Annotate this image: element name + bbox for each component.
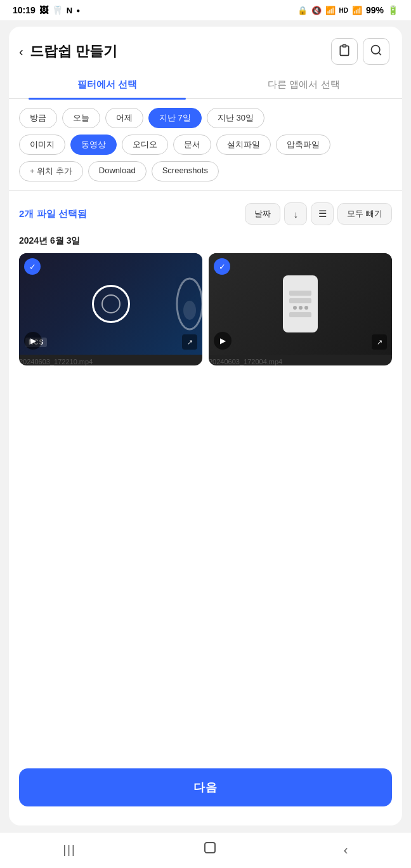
- media-thumb-1: NCS ✓ ▶ ↗: [19, 253, 202, 355]
- chip-add-location[interactable]: + 위치 추가: [19, 161, 83, 181]
- media-item-1[interactable]: NCS ✓ ▶ ↗ 20240603_172210.mp4: [19, 253, 202, 365]
- selection-actions: 날짜 ↓ ☰ 모두 빼기: [245, 202, 392, 225]
- filename-1: 20240603_172210.mp4: [19, 355, 202, 365]
- play-icon-1: ▶: [24, 332, 42, 350]
- svg-point-4: [183, 301, 196, 320]
- remote-bar-2: [289, 298, 311, 303]
- chip-time-yesterday[interactable]: 어제: [105, 108, 143, 128]
- chip-type-install[interactable]: 설치파일: [216, 135, 271, 155]
- spacer: [9, 365, 402, 758]
- tabs: 필터에서 선택 다른 앱에서 선택: [9, 71, 402, 99]
- list-view-button[interactable]: ☰: [311, 202, 334, 225]
- media-grid: NCS ✓ ▶ ↗ 20240603_172210.mp4: [9, 253, 402, 365]
- type-filter-row: 이미지 동영상 오디오 문서 설치파일 압축파일: [9, 135, 402, 161]
- chip-time-30days[interactable]: 지난 30일: [207, 108, 264, 128]
- status-icon-hd: HD: [339, 7, 348, 14]
- clipboard-button[interactable]: [331, 38, 358, 65]
- bottom-area: 다음: [9, 758, 402, 813]
- chip-type-image[interactable]: 이미지: [19, 135, 65, 155]
- clipboard-icon: [338, 44, 351, 60]
- status-icon-mute: 🔇: [311, 6, 322, 15]
- check-icon-1: ✓: [24, 258, 41, 275]
- status-icon-dot: ●: [76, 7, 80, 14]
- nav-home-icon[interactable]: [202, 840, 218, 859]
- page-title: 드랍쉽 만들기: [30, 42, 117, 61]
- remote-dots: [293, 306, 308, 310]
- media-item-2[interactable]: ✓ ▶ ↗ 20240603_172004.mp4: [209, 253, 392, 365]
- chip-location-screenshots[interactable]: Screenshots: [152, 161, 219, 181]
- nav-bar: ||| ‹: [0, 832, 411, 868]
- nav-back-icon[interactable]: ‹: [344, 843, 348, 857]
- tab-filter[interactable]: 필터에서 선택: [9, 71, 206, 98]
- remote-device: [283, 275, 318, 332]
- remote-dot-3: [304, 306, 308, 310]
- media-thumb-2: ✓ ▶ ↗: [209, 253, 392, 355]
- main-card: ‹ 드랍쉽 만들기 필: [9, 27, 402, 825]
- remote-dot-2: [299, 306, 303, 310]
- header: ‹ 드랍쉽 만들기: [9, 27, 402, 71]
- sort-down-icon: ↓: [294, 209, 299, 220]
- status-right: 🔒 🔇 📶 HD 📶 99% 🔋: [297, 5, 398, 15]
- expand-icon-2: ↗: [372, 334, 387, 350]
- header-actions: [331, 38, 389, 65]
- status-icon-wifi: 📶: [325, 6, 336, 15]
- svg-rect-5: [205, 843, 215, 853]
- status-icon-gallery: 🖼: [39, 5, 48, 15]
- next-button[interactable]: 다음: [19, 768, 392, 806]
- sort-direction-button[interactable]: ↓: [284, 202, 307, 225]
- chip-location-download[interactable]: Download: [88, 161, 147, 181]
- nav-menu-icon[interactable]: |||: [63, 843, 76, 857]
- play-icon-2: ▶: [214, 332, 232, 350]
- chip-time-now[interactable]: 방금: [19, 108, 57, 128]
- video-thumbnail-1: NCS: [19, 253, 202, 355]
- chip-time-today[interactable]: 오늘: [62, 108, 100, 128]
- expand-icon-1: ↗: [182, 334, 197, 350]
- back-button[interactable]: ‹: [19, 44, 23, 59]
- ncs-inner: [101, 294, 121, 313]
- deselect-all-button[interactable]: 모두 빼기: [337, 203, 392, 225]
- remote-dot-1: [293, 306, 297, 310]
- sort-button[interactable]: 날짜: [245, 203, 280, 225]
- status-battery: 99%: [366, 5, 384, 15]
- status-bar: 10:19 🖼 🦷 N ● 🔒 🔇 📶 HD 📶 99% 🔋: [0, 0, 411, 20]
- tab-other-app[interactable]: 다른 앱에서 선택: [206, 71, 402, 98]
- search-icon: [370, 44, 382, 60]
- ncs-circle: [92, 285, 130, 323]
- status-time: 10:19: [13, 5, 36, 15]
- selection-text: 2개 파일 선택됨: [19, 208, 87, 220]
- svg-line-2: [379, 52, 381, 55]
- remote-bar-3: [289, 312, 311, 317]
- remote-bar-1: [289, 291, 311, 296]
- list-icon: ☰: [318, 208, 327, 220]
- chip-type-video[interactable]: 동영상: [70, 135, 117, 155]
- status-icon-lock: 🔒: [297, 6, 308, 15]
- date-label: 2024년 6월 3일: [9, 232, 402, 253]
- check-icon-2: ✓: [214, 258, 230, 275]
- status-battery-icon: 🔋: [388, 5, 398, 15]
- time-filter-row: 방금 오늘 어제 지난 7일 지난 30일: [9, 108, 402, 135]
- chip-type-archive[interactable]: 압축파일: [276, 135, 330, 155]
- svg-rect-0: [343, 44, 346, 46]
- status-left: 10:19 🖼 🦷 N ●: [13, 5, 80, 15]
- video-thumbnail-2: [209, 253, 392, 355]
- location-filter-row: + 위치 추가 Download Screenshots: [9, 161, 402, 188]
- filename-2: 20240603_172004.mp4: [209, 355, 392, 365]
- selection-bar: 2개 파일 선택됨 날짜 ↓ ☰ 모두 빼기: [9, 196, 402, 232]
- status-icon-signal: 📶: [352, 6, 362, 15]
- chip-type-audio[interactable]: 오디오: [122, 135, 168, 155]
- search-button[interactable]: [363, 38, 389, 65]
- chip-type-doc[interactable]: 문서: [173, 135, 211, 155]
- header-left: ‹ 드랍쉽 만들기: [19, 42, 117, 61]
- chip-time-7days[interactable]: 지난 7일: [148, 108, 202, 128]
- divider: [9, 190, 402, 191]
- status-icon-n: N: [67, 6, 72, 15]
- status-icon-bt: 🦷: [52, 5, 63, 15]
- earphone-svg: [171, 272, 202, 336]
